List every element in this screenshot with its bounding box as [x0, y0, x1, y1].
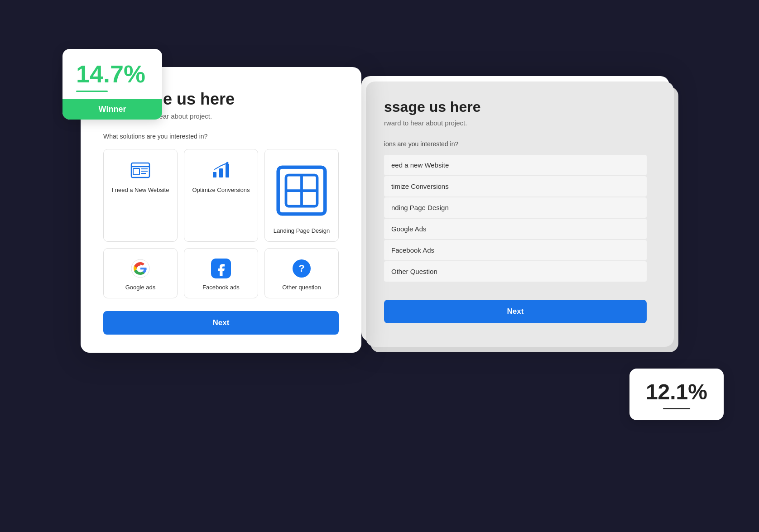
back-card-title: ssage us here [384, 99, 647, 115]
back-card: ssage us here rward to hear about projec… [361, 76, 669, 341]
option-optimize-label: Optimize Conversions [192, 187, 250, 193]
option-facebook[interactable]: Facebook ads [184, 248, 258, 298]
list-item[interactable]: Facebook Ads [384, 240, 647, 260]
badge-121-line [663, 408, 690, 409]
badge-winner: 14.7% Winner [62, 49, 162, 120]
website-icon [130, 159, 151, 181]
option-optimize[interactable]: Optimize Conversions [184, 149, 258, 242]
facebook-icon [211, 259, 231, 278]
google-icon [130, 259, 150, 278]
svg-rect-2 [133, 168, 139, 175]
list-item[interactable]: Google Ads [384, 219, 647, 239]
front-card-question: What solutions are you interested in? [103, 133, 339, 140]
list-item[interactable]: timize Conversions [384, 176, 647, 197]
option-google[interactable]: Google ads [103, 248, 178, 298]
options-grid: I need a New Website Optimize Conversion… [103, 149, 339, 298]
landing-icon [270, 159, 333, 222]
list-item[interactable]: Other Question [384, 261, 647, 282]
svg-point-9 [226, 162, 229, 164]
option-landing-label: Landing Page Design [274, 227, 330, 234]
badge-winner-value: 14.7% [76, 60, 149, 88]
badge-121: 12.1% [629, 369, 724, 420]
list-item[interactable]: eed a new Website [384, 155, 647, 175]
back-card-list: eed a new Website timize Conversions ndi… [384, 155, 647, 282]
svg-rect-6 [213, 172, 216, 177]
option-other-label: Other question [282, 284, 321, 291]
svg-rect-0 [131, 163, 149, 177]
scene: ssage us here rward to hear about projec… [62, 40, 697, 493]
back-card-subtitle: rward to hear about project. [384, 119, 647, 127]
list-item[interactable]: nding Page Design [384, 197, 647, 218]
badge-winner-line [76, 91, 108, 92]
svg-rect-7 [219, 168, 223, 177]
badge-121-value: 12.1% [646, 379, 707, 404]
option-facebook-label: Facebook ads [202, 284, 240, 291]
question-icon: ? [292, 259, 312, 278]
badge-winner-label: Winner [62, 99, 162, 120]
front-card-next-button[interactable]: Next [103, 311, 339, 335]
back-card-next-button[interactable]: Next [384, 300, 647, 323]
svg-rect-8 [226, 164, 229, 177]
svg-text:?: ? [298, 263, 304, 274]
option-website[interactable]: I need a New Website [103, 149, 178, 242]
optimize-icon [210, 159, 232, 181]
option-google-label: Google ads [125, 284, 156, 291]
back-card-question: ions are you interested in? [384, 140, 647, 148]
option-other[interactable]: ? Other question [264, 248, 339, 298]
option-landing[interactable]: Landing Page Design [264, 149, 339, 242]
option-website-label: I need a New Website [112, 187, 169, 193]
